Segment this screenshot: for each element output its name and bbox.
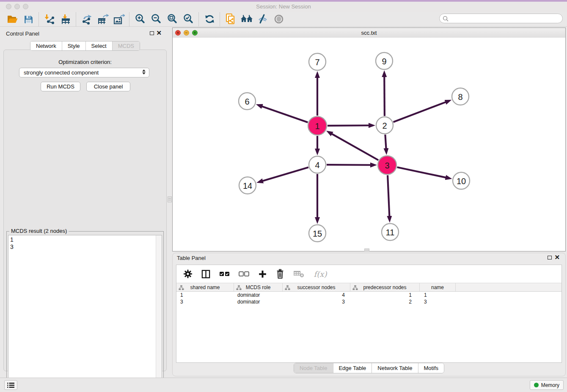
close-panel-button[interactable]: Close panel [86,82,130,91]
graph-node-label: 1 [315,121,319,131]
main-toolbar [0,12,567,27]
open-session-button[interactable] [4,13,20,26]
tab-edge-table[interactable]: Edge Table [333,363,372,373]
zoom-in-button[interactable] [132,13,148,26]
table-row[interactable]: 3 dominator 3 2 3 [176,298,561,305]
refresh-button[interactable] [201,13,217,26]
run-mcds-button[interactable]: Run MCDS [41,82,80,91]
function-builder-button[interactable]: f(x) [312,268,329,279]
select-all-rows-button[interactable] [218,268,231,279]
titlebar: Session: New Session [0,2,567,12]
graph-edge-3-10[interactable] [397,167,446,177]
column-visibility-button[interactable] [200,268,211,279]
export-table-button[interactable] [95,13,111,26]
table-panel: Table Panel ✕ [172,253,566,376]
save-session-button[interactable] [20,13,36,26]
show-all-button[interactable] [271,13,287,26]
result-scrollbar[interactable] [156,235,162,388]
graph-node-11[interactable]: 11 [382,224,399,240]
graph-node-4[interactable]: 4 [309,156,326,173]
task-history-button[interactable] [4,380,17,390]
deselect-all-rows-button[interactable] [237,268,250,279]
column-header-predecessor-nodes[interactable]: predecessor nodes [350,283,420,291]
search-field[interactable] [439,14,563,23]
network-graph[interactable]: 7968124314101511 [173,38,565,251]
toolbar-separator [129,12,130,26]
column-header-mcds-role[interactable]: MCDS role [234,283,283,291]
zoom-selected-button[interactable] [180,13,196,26]
export-image-button[interactable] [111,13,127,26]
column-header-successor-nodes[interactable]: successor nodes [283,283,350,291]
gear-icon [183,269,193,279]
tab-network-table[interactable]: Network Table [372,363,418,373]
show-all-icon [273,14,284,24]
graph-node-label: 9 [382,57,386,66]
graph-node-label: 3 [385,161,389,170]
tab-select[interactable]: Select [85,41,112,50]
toolbar-separator [198,12,199,26]
network-canvas[interactable]: 7968124314101511 [173,38,565,251]
delete-button[interactable] [275,268,286,279]
add-column-icon [258,270,267,279]
table-panel-title: Table Panel [177,255,206,261]
deselect-all-icon [239,271,249,277]
import-network-button[interactable] [41,13,58,26]
tab-network[interactable]: Network [30,41,62,50]
zoom-fit-button[interactable] [164,13,180,26]
graph-node-14[interactable]: 14 [239,177,256,194]
graph-edge-3-11[interactable] [388,175,389,216]
tab-node-table[interactable]: Node Table [294,363,333,373]
delete-table-button[interactable] [292,268,305,279]
graph-node-1[interactable]: 1 [308,116,327,135]
graph-edge-2-3[interactable] [385,135,386,149]
graph-edge-4-3[interactable] [327,165,371,165]
add-column-button[interactable] [257,268,268,279]
float-panel-icon[interactable] [150,31,154,35]
window-title: Session: New Session [0,3,567,10]
horizontal-splitter-handle[interactable] [364,248,369,251]
graph-node-6[interactable]: 6 [239,93,256,110]
close-panel-icon[interactable]: ✕ [156,29,162,37]
table-row[interactable]: 1 dominator 4 1 1 [176,292,561,298]
graph-edge-2-9[interactable] [384,77,385,116]
first-neighbors-button[interactable] [239,13,255,26]
float-table-panel-icon[interactable] [548,256,552,259]
export-network-button[interactable] [79,13,95,26]
graph-edge-4-14[interactable] [262,167,308,181]
graph-node-7[interactable]: 7 [309,53,326,70]
import-table-button[interactable] [58,13,74,26]
search-input[interactable] [450,14,562,23]
tab-motifs[interactable]: Motifs [418,363,444,373]
graph-edge-2-8[interactable] [394,102,446,122]
hide-selected-button[interactable] [255,13,271,26]
graph-node-label: 8 [458,92,462,102]
tab-mcds[interactable]: MCDS [112,41,140,50]
vertical-splitter-handle[interactable] [168,196,172,202]
graph-edge-3-1[interactable] [332,134,378,160]
new-network-from-selection-button[interactable] [223,13,239,26]
criterion-select[interactable]: strongly connected component [19,68,149,77]
gear-button[interactable] [182,268,193,279]
zoom-out-button[interactable] [148,13,164,26]
memory-button[interactable]: Memory [530,380,564,390]
network-view-window: × − + scc.txt 7968124314101511 [172,28,566,251]
graph-edge-1-6[interactable] [262,106,308,122]
column-header-shared-name[interactable]: shared name [176,283,234,291]
graph-node-15[interactable]: 15 [309,225,326,242]
graph-edge-1-2[interactable] [328,125,369,126]
column-header-name[interactable]: name [420,283,456,291]
graph-node-2[interactable]: 2 [376,117,393,134]
cell-successor-nodes: 4 [283,292,350,298]
graph-node-3[interactable]: 3 [378,156,396,174]
toolbar-separator [220,12,220,26]
toolbar-separator [76,12,77,26]
graph-node-8[interactable]: 8 [452,88,469,105]
cell-shared-name: 3 [176,299,234,305]
mcds-result-area[interactable]: 1 3 [8,235,162,389]
tab-style[interactable]: Style [62,41,85,50]
graph-node-10[interactable]: 10 [453,172,470,189]
close-table-panel-icon[interactable]: ✕ [554,254,560,261]
graph-node-9[interactable]: 9 [376,52,393,69]
status-bar: Memory [0,378,567,392]
hierarchy-icon [352,285,358,290]
